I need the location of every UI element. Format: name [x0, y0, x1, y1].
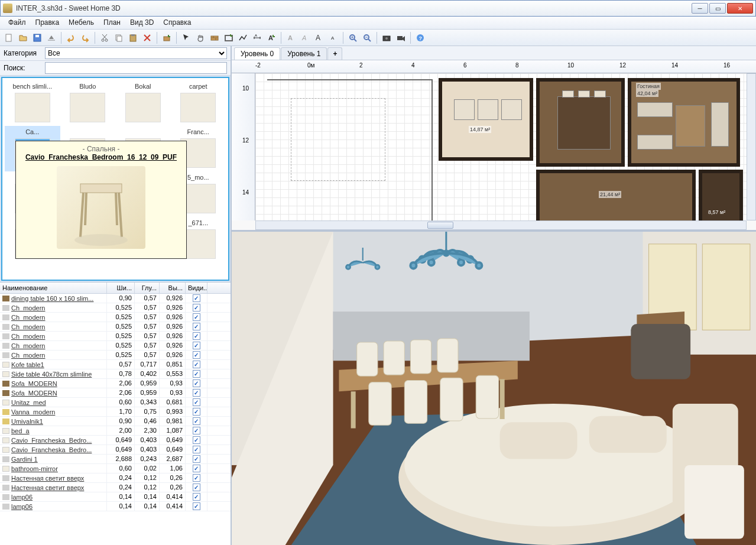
minimize-button[interactable]: ─: [692, 3, 708, 14]
create-rooms-icon[interactable]: [222, 31, 235, 44]
furniture-row[interactable]: Настенная светит вверх0,240,120,26✓: [0, 483, 231, 492]
col-visible[interactable]: Види...: [186, 283, 207, 293]
furniture-catalog[interactable]: bench slimli...BludoBokalcarpetCa...Fran…: [1, 77, 229, 281]
create-dimensions-icon[interactable]: A: [251, 31, 264, 44]
bold-icon[interactable]: A: [284, 31, 297, 44]
plan-scrollbar-vertical[interactable]: [747, 73, 756, 220]
tab-level-1[interactable]: Уровень 1: [281, 47, 327, 60]
create-video-icon[interactable]: [394, 31, 407, 44]
open-file-icon[interactable]: [17, 31, 30, 44]
furniture-row[interactable]: Side table 40x78cm slimline0,780,4020,55…: [0, 369, 231, 379]
visibility-checkbox[interactable]: ✓: [193, 474, 200, 482]
tab-level-0[interactable]: Уровень 0: [234, 47, 280, 60]
furniture-list[interactable]: Наименование Ши... Глу... Вы... Види... …: [0, 282, 231, 545]
help-icon[interactable]: ?: [414, 31, 427, 44]
maximize-button[interactable]: ▭: [709, 3, 726, 14]
close-button[interactable]: ✕: [727, 3, 753, 14]
visibility-checkbox[interactable]: ✓: [193, 342, 200, 349]
furniture-row[interactable]: Umivalnik10,900,460,981✓: [0, 417, 231, 426]
visibility-checkbox[interactable]: ✓: [193, 493, 200, 501]
visibility-checkbox[interactable]: ✓: [193, 361, 200, 368]
create-polyline-icon[interactable]: [236, 31, 249, 44]
visibility-checkbox[interactable]: ✓: [193, 370, 200, 378]
add-furniture-icon[interactable]: [160, 31, 173, 44]
col-height[interactable]: Вы...: [160, 283, 186, 293]
cut-icon[interactable]: [98, 31, 111, 44]
furniture-row[interactable]: Ch_modern0,5250,570,926✓: [0, 332, 231, 341]
visibility-checkbox[interactable]: ✓: [193, 313, 200, 321]
plan-scrollbar-horizontal[interactable]: [255, 220, 747, 230]
copy-icon[interactable]: [112, 31, 125, 44]
visibility-checkbox[interactable]: ✓: [193, 304, 200, 312]
visibility-checkbox[interactable]: ✓: [193, 455, 200, 463]
furniture-row[interactable]: dining table 160 x 160 slim...0,900,570,…: [0, 294, 231, 303]
new-file-icon[interactable]: [2, 31, 15, 44]
room-living[interactable]: Гостиная 42,04 м²: [628, 78, 740, 167]
visibility-checkbox[interactable]: ✓: [193, 294, 200, 302]
room-kitchen[interactable]: 14,87 м²: [439, 78, 533, 161]
increase-text-icon[interactable]: A: [313, 31, 326, 44]
category-select[interactable]: Все: [45, 47, 227, 59]
menu-plan[interactable]: План: [99, 17, 125, 29]
furniture-row[interactable]: lamp060,140,140,414✓: [0, 492, 231, 502]
visibility-checkbox[interactable]: ✓: [193, 427, 200, 434]
col-name[interactable]: Наименование: [0, 283, 107, 293]
furniture-row[interactable]: Kofe table10,570,7170,851✓: [0, 360, 231, 369]
visibility-checkbox[interactable]: ✓: [193, 379, 200, 387]
furniture-row[interactable]: Vanna_modern1,700,750,993✓: [0, 407, 231, 417]
plan-grid[interactable]: 14,87 м² Гостиная 42,04 м²: [255, 73, 747, 220]
menu-furniture[interactable]: Мебель: [64, 17, 99, 29]
visibility-checkbox[interactable]: ✓: [193, 323, 200, 330]
furniture-row[interactable]: Ch_modern0,5250,570,926✓: [0, 303, 231, 313]
catalog-item[interactable]: carpet: [171, 80, 226, 126]
col-depth[interactable]: Глу...: [135, 283, 160, 293]
furniture-row[interactable]: Ch_modern0,5250,570,926✓: [0, 341, 231, 351]
select-tool-icon[interactable]: [180, 31, 193, 44]
3d-view[interactable]: [232, 232, 756, 545]
menu-3dview[interactable]: Вид 3D: [125, 17, 158, 29]
furniture-row[interactable]: Ch_modern0,5250,570,926✓: [0, 351, 231, 360]
delete-icon[interactable]: [141, 31, 154, 44]
visibility-checkbox[interactable]: ✓: [193, 436, 200, 444]
visibility-checkbox[interactable]: ✓: [193, 389, 200, 397]
furniture-row[interactable]: Настенная светит вверх0,240,120,26✓: [0, 473, 231, 483]
furniture-row[interactable]: Gardini 12,6880,2432,687✓: [0, 455, 231, 464]
room-dining[interactable]: [536, 78, 625, 167]
furniture-row[interactable]: lamp060,140,140,414✓: [0, 502, 231, 511]
catalog-item[interactable]: bench slimli...: [5, 80, 60, 126]
furniture-row[interactable]: bathroom-mirror0,600,021,06✓: [0, 464, 231, 473]
furniture-row[interactable]: Unitaz_med0,600,3430,681✓: [0, 398, 231, 407]
catalog-item[interactable]: Bludo: [60, 80, 116, 126]
undo-icon[interactable]: [64, 31, 77, 44]
furniture-row[interactable]: Sofa_MODERN2,060,9590,93✓: [0, 379, 231, 388]
decrease-text-icon[interactable]: A: [327, 31, 340, 44]
redo-icon[interactable]: [79, 31, 92, 44]
visibility-checkbox[interactable]: ✓: [193, 502, 200, 510]
save-icon[interactable]: [31, 31, 44, 44]
furniture-row[interactable]: bed_a2,002,301,087✓: [0, 426, 231, 436]
zoom-out-icon[interactable]: [361, 31, 374, 44]
furniture-row[interactable]: Ch_modern0,5250,570,926✓: [0, 313, 231, 322]
plan-view[interactable]: -20м246810121416 101214 14,87 м²: [232, 60, 756, 232]
create-text-icon[interactable]: A: [265, 31, 278, 44]
visibility-checkbox[interactable]: ✓: [193, 484, 200, 491]
italic-icon[interactable]: A: [298, 31, 312, 44]
menu-file[interactable]: Файл: [4, 17, 31, 29]
visibility-checkbox[interactable]: ✓: [193, 446, 200, 453]
visibility-checkbox[interactable]: ✓: [193, 417, 200, 425]
furniture-row[interactable]: Cavio_Francheska_Bedro...0,6490,4030,649…: [0, 436, 231, 445]
furniture-row[interactable]: Cavio_Francheska_Bedro...0,6490,4030,649…: [0, 445, 231, 455]
create-photo-icon[interactable]: [380, 31, 393, 44]
pan-tool-icon[interactable]: [194, 31, 207, 44]
visibility-checkbox[interactable]: ✓: [193, 398, 200, 406]
paste-icon[interactable]: [126, 31, 139, 44]
visibility-checkbox[interactable]: ✓: [193, 408, 200, 416]
visibility-checkbox[interactable]: ✓: [193, 465, 200, 472]
furniture-row[interactable]: Sofa_MODERN2,060,9590,93✓: [0, 388, 231, 398]
visibility-checkbox[interactable]: ✓: [193, 351, 200, 359]
preferences-icon[interactable]: [45, 31, 58, 44]
furniture-row[interactable]: Ch_modern0,5250,570,926✓: [0, 322, 231, 332]
search-input[interactable]: [45, 62, 227, 74]
tab-add-level[interactable]: +: [327, 47, 342, 60]
menu-help[interactable]: Справка: [158, 17, 196, 29]
